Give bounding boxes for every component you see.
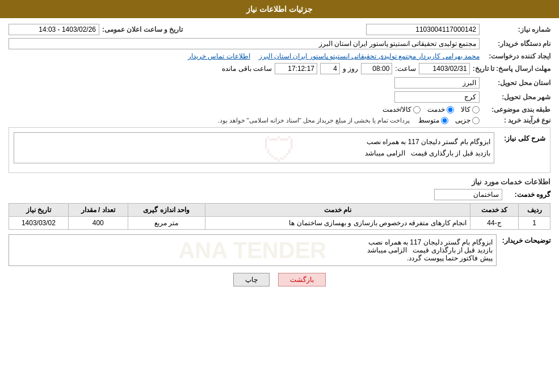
tabaqe-kala-label: کالا — [461, 106, 470, 113]
tarikh-value: 1403/02/26 - 14:03 — [9, 24, 99, 35]
group-row: گروه خدمت: ساختمان — [9, 189, 550, 200]
sharh-value: ابزوگام بام گستر دلیجان 117 به همراه نصب… — [14, 132, 494, 163]
col-radif: ردیف — [519, 203, 550, 216]
row-nooe: نوع فرآیند خرید : جزیی متوسط پرداخت تمام… — [9, 116, 550, 124]
cell-code: ج-44 — [470, 216, 518, 229]
sharh-label: شرح کلی نیاز: — [500, 132, 545, 142]
print-button[interactable]: چاپ — [233, 273, 270, 286]
tabaqe-khadamat-label: خدمت — [427, 106, 445, 113]
tabaqe-both-radio[interactable] — [413, 106, 421, 113]
ostan-value: البرز — [394, 77, 480, 88]
mohlet-saat: 08:00 — [361, 63, 392, 74]
tabaqe-khadamat-radio[interactable] — [447, 106, 454, 113]
col-tarikh: تاریخ نیاز — [9, 203, 69, 216]
tabaqe-kala-khadamat[interactable]: کالا/خدمت — [383, 106, 421, 113]
col-code: کد خدمت — [470, 203, 518, 216]
shahr-label: شهر محل تحویل: — [482, 93, 550, 101]
ijad-label: ایجاد کننده درخواست: — [482, 52, 550, 60]
cell-tedad: 400 — [68, 216, 128, 229]
nooe-mota-radio[interactable] — [441, 117, 448, 124]
tozihat-value: ANA TENDER ابزوگام بام گستر دلیجان 117 ب… — [9, 234, 497, 266]
tabaqe-radio-group: کالا خدمت کالا/خدمت — [383, 106, 480, 113]
nooe-jozi[interactable]: جزیی — [455, 116, 480, 124]
back-button[interactable]: بازگشت — [278, 273, 326, 286]
tamaas-link[interactable]: اطلاعات تماس خریدار — [188, 52, 250, 60]
nooe-radio-group: جزیی متوسط — [418, 116, 480, 124]
cell-unit: متر مربع — [128, 216, 205, 229]
cell-tarikh: 1403/03/02 — [9, 216, 69, 229]
row-tabaqe: طبقه بندی موضوعی: کالا خدمت کالا/خدمت — [9, 106, 550, 113]
tabaqe-both-label: کالا/خدمت — [383, 106, 411, 113]
page-wrapper: جزئیات اطلاعات نیاز شماره نیاز: 11030041… — [0, 0, 559, 392]
row-ijad: ایجاد کننده درخواست: محمد بهرامی کاربردا… — [9, 52, 550, 60]
row-shahr: شهر محل تحویل: کرج — [9, 91, 550, 103]
nooe-jozi-radio[interactable] — [472, 117, 480, 124]
cell-radif: 1 — [519, 216, 550, 229]
row-mohlet: مهلت ارسال پاسخ: تا تاریخ: 1403/02/31 سا… — [9, 63, 550, 74]
tozihat-label: توضیحات خریدار: — [502, 234, 550, 245]
watermark-text: ANA TENDER — [178, 237, 326, 263]
shomara-label: شماره نیاز: — [482, 26, 550, 33]
ostan-label: استان محل تحویل: — [482, 79, 550, 87]
row-dastgah: نام دستگاه خریدار: مجتمع تولیدی تحقیقاتی… — [9, 38, 550, 49]
button-row: بازگشت چاپ — [9, 273, 550, 286]
nooe-mota-label: متوسط — [418, 116, 439, 124]
row-shomara: شماره نیاز: 1103004117000142 تاریخ و ساع… — [9, 24, 550, 35]
mohlet-roz-label: روز و — [343, 65, 358, 73]
tabaqe-kala-radio[interactable] — [472, 106, 480, 113]
mohlet-maandeh-label: ساعت باقی مانده — [222, 65, 272, 73]
row-ostan: استان محل تحویل: البرز — [9, 77, 550, 88]
mohlet-label: مهلت ارسال پاسخ: تا تاریخ: — [473, 65, 550, 73]
nooe-jozi-label: جزیی — [455, 116, 470, 124]
content-area: شماره نیاز: 1103004117000142 تاریخ و ساع… — [0, 18, 559, 292]
mohlet-date: 1403/02/31 — [419, 63, 470, 74]
tozihat-row: توضیحات خریدار: ANA TENDER ابزوگام بام گ… — [9, 234, 550, 266]
tabaqe-label: طبقه بندی موضوعی: — [482, 106, 550, 113]
dastgah-label: نام دستگاه خریدار: — [482, 40, 550, 48]
group-value: ساختمان — [434, 189, 502, 200]
table-row: 1 ج-44 انجام کارهای متفرقه درخصوص بازساز… — [9, 216, 550, 229]
page-title: جزئیات اطلاعات نیاز — [246, 5, 313, 14]
nooe-extra: پرداخت تمام یا بخشی از مبلغ خریداز محل "… — [217, 117, 410, 124]
khadamat-title: اطلاعات خدمات مورد نیاز — [9, 178, 550, 186]
page-header: جزئیات اطلاعات نیاز — [0, 0, 559, 18]
tabaqe-kala[interactable]: کالا — [461, 106, 480, 113]
mohlet-roz: 4 — [320, 63, 340, 74]
mohlet-saat-label: ساعت: — [395, 65, 415, 73]
group-label: گروه خدمت: — [505, 191, 550, 199]
dastgah-value: مجتمع تولیدی تحقیقاتی انستیتو پاستور ایر… — [9, 38, 480, 49]
ijad-value[interactable]: محمد بهرامی کاربردار مجتمع تولیدی تحقیقا… — [259, 52, 480, 60]
col-tedad: تعداد / مقدار — [68, 203, 128, 216]
col-unit: واحد اندازه گیری — [128, 203, 205, 216]
shomara-value: 1103004117000142 — [366, 24, 480, 35]
sharh-row: شرح کلی نیاز: ابزوگام بام گستر دلیجان 11… — [14, 132, 545, 163]
tabaqe-khadamat[interactable]: خدمت — [427, 106, 454, 113]
nooe-mota[interactable]: متوسط — [418, 116, 448, 124]
cell-name: انجام کارهای متفرقه درخصوص بازسازی و بهس… — [205, 216, 470, 229]
mohlet-maandeh: 17:12:17 — [275, 63, 317, 74]
tarikh-label: تاریخ و ساعت اعلان عمومی: — [102, 26, 183, 33]
nooe-label: نوع فرآیند خرید : — [482, 116, 550, 124]
services-table: ردیف کد خدمت نام خدمت واحد اندازه گیری ت… — [9, 203, 550, 230]
shahr-value: کرج — [394, 91, 480, 103]
sharh-section: 🛡 شرح کلی نیاز: ابزوگام بام گستر دلیجان … — [9, 127, 550, 173]
col-name: نام خدمت — [205, 203, 470, 216]
